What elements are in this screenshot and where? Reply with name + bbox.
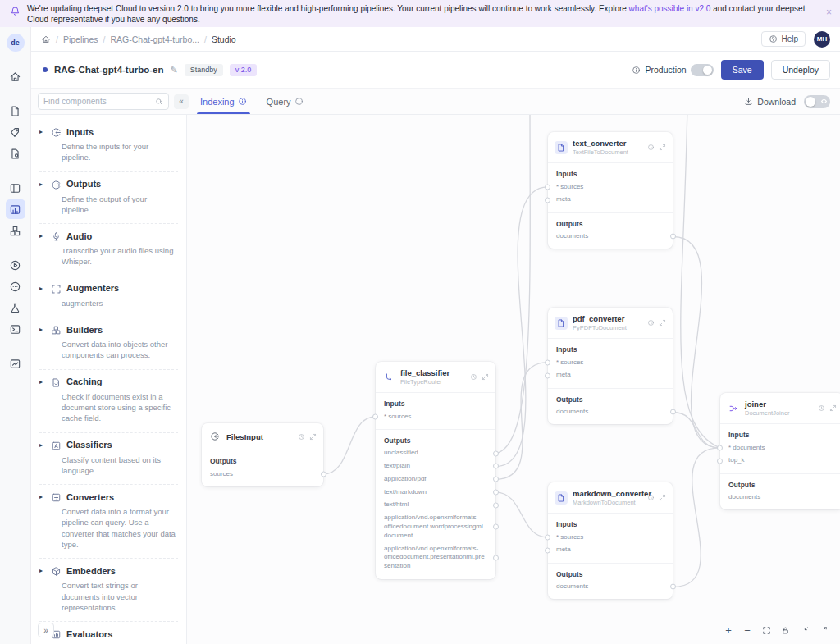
chevron-right-icon[interactable]: ▸ [39,285,46,292]
clock-icon[interactable] [647,319,655,327]
sidebar-play-circle-icon[interactable] [6,255,25,275]
category-classifiers[interactable]: ▸ClassifiersClassify content based on it… [39,433,178,486]
breadcrumb-pipeline-name[interactable]: RAG-Chat-gpt4-turbo... [110,34,199,44]
sidebar-components-icon[interactable] [6,221,25,240]
zoom-out-button[interactable]: − [742,624,753,636]
chevron-right-icon[interactable]: ▸ [39,441,46,449]
category-caching[interactable]: ▸CachingCheck if documents exist in a do… [39,370,178,433]
close-icon[interactable]: × [826,7,832,17]
category-embedders[interactable]: ▸EmbeddersConvert text strings or docume… [39,559,178,622]
connector-dot[interactable] [493,555,499,560]
sidebar-home-icon[interactable] [6,66,25,86]
chevron-right-icon[interactable]: ▸ [39,567,46,574]
clock-icon[interactable] [470,373,477,381]
breadcrumb-pipelines[interactable]: Pipelines [63,34,98,44]
node-files_input[interactable]: FilesInputOutputssources [202,423,323,486]
sidebar-document-icon[interactable] [6,101,25,121]
connector-dot[interactable] [493,477,499,482]
connector-dot[interactable] [545,184,550,190]
search-input[interactable] [43,97,152,106]
node-file_classifier[interactable]: file_classifierFileTypeRouterInputs* sou… [376,362,495,579]
connector-dot[interactable] [545,359,550,365]
sidebar-chat-icon[interactable] [6,276,25,296]
clock-icon[interactable] [647,494,655,501]
expand-node-icon[interactable] [659,144,666,151]
expand-node-icon[interactable] [659,319,666,327]
clock-icon[interactable] [647,144,655,151]
sidebar-document-settings-icon[interactable] [6,144,25,163]
category-builders[interactable]: ▸BuildersConvert data into objects other… [39,317,178,370]
home-icon[interactable] [41,34,51,44]
yaml-code-toggle[interactable] [804,95,830,108]
sidebar-flask-icon[interactable] [6,298,25,317]
chevron-right-icon[interactable]: ▸ [39,326,46,333]
chevron-right-icon[interactable]: ▸ [39,180,46,188]
expand-node-icon[interactable] [659,494,666,501]
expand-node-icon[interactable] [829,404,837,412]
connector-dot[interactable] [545,534,550,540]
lock-button[interactable] [779,624,791,636]
sidebar-pipeline-studio-icon[interactable] [6,199,25,219]
zoom-in-button[interactable]: + [723,624,734,636]
connector-dot[interactable] [493,490,499,496]
undeploy-button[interactable]: Undeploy [771,60,830,80]
pipeline-header: RAG-Chat-gpt4-turbo-en ✎ Standby v 2.0 P… [31,52,840,89]
connector-dot[interactable] [372,413,378,419]
category-outputs[interactable]: ▸OutputsDefine the output of your pipeli… [39,172,178,225]
category-description: Check if documents exist in a document s… [62,391,178,424]
chevron-right-icon[interactable]: ▸ [39,493,46,500]
studio-toolbar: « Indexing Query Download [31,89,840,115]
clock-icon[interactable] [298,433,305,441]
connector-dot[interactable] [545,547,550,553]
category-evaluators[interactable]: ▸EvaluatorsEvaluate your pipeline perfor… [39,622,178,644]
collapse-button[interactable] [798,624,810,636]
connector-dot[interactable] [545,372,550,378]
sidebar-terminal-icon[interactable] [6,319,25,339]
expand-button[interactable] [817,624,829,636]
expand-node-icon[interactable] [309,433,317,441]
tab-query[interactable]: Query [257,89,313,114]
production-toggle[interactable] [691,64,714,76]
node-pdf_converter[interactable]: pdf_converterPyPDFToDocumentInputs* sour… [548,308,673,424]
chevron-right-icon[interactable]: ▸ [39,232,46,240]
panel-collapse-button[interactable]: « [174,94,189,109]
connector-dot[interactable] [717,458,723,464]
panel-expand-button[interactable]: » [38,623,54,637]
section-label: Inputs [720,429,840,441]
connector-dot[interactable] [321,471,326,477]
canvas-controls: +− [723,624,829,636]
connector-dot[interactable] [493,502,499,508]
edit-pencil-icon[interactable]: ✎ [171,65,178,75]
sidebar-metrics-icon[interactable] [6,354,25,373]
node-markdown_converter[interactable]: markdown_converterMarkdownToDocumentInpu… [548,482,673,599]
pipeline-canvas[interactable]: +− FilesInputOutputssourcesfile_classifi… [187,115,840,644]
download-button[interactable]: Download [744,97,796,107]
chevron-right-icon[interactable]: ▸ [39,378,46,386]
connector-dot[interactable] [717,445,723,450]
deepset-logo[interactable]: de [7,34,25,52]
category-converters[interactable]: ▸ConvertersConvert data into a format yo… [39,485,178,559]
connector-dot[interactable] [493,524,499,530]
connector-dot[interactable] [670,234,676,240]
category-audio[interactable]: ▸AudioTranscribe your audio files using … [39,224,178,276]
connector-dot[interactable] [670,584,676,590]
banner-link[interactable]: what's possible in v2.0 [629,4,711,13]
chevron-right-icon[interactable]: ▸ [39,128,46,135]
connector-dot[interactable] [545,197,550,203]
node-text_converter[interactable]: text_converterTextFileToDocumentInputs* … [548,132,673,249]
tab-indexing[interactable]: Indexing [190,89,257,114]
node-joiner[interactable]: joinerDocumentJoinerInputs* documentstop… [720,393,840,509]
connector-dot[interactable] [670,409,676,415]
category-augmenters[interactable]: ▸Augmentersaugmenters [39,276,178,317]
sidebar-tag-icon[interactable] [6,122,25,142]
category-inputs[interactable]: ▸InputsDefine the inputs for your pipeli… [39,120,178,172]
avatar[interactable]: MH [814,31,830,48]
save-button[interactable]: Save [721,60,764,80]
help-button[interactable]: Help [761,31,806,47]
sidebar-layout-icon[interactable] [6,178,25,198]
clock-icon[interactable] [818,404,825,412]
expand-node-icon[interactable] [482,373,489,381]
fit-view-button[interactable] [760,624,772,636]
connector-dot[interactable] [493,464,499,469]
connector-dot[interactable] [493,450,499,456]
